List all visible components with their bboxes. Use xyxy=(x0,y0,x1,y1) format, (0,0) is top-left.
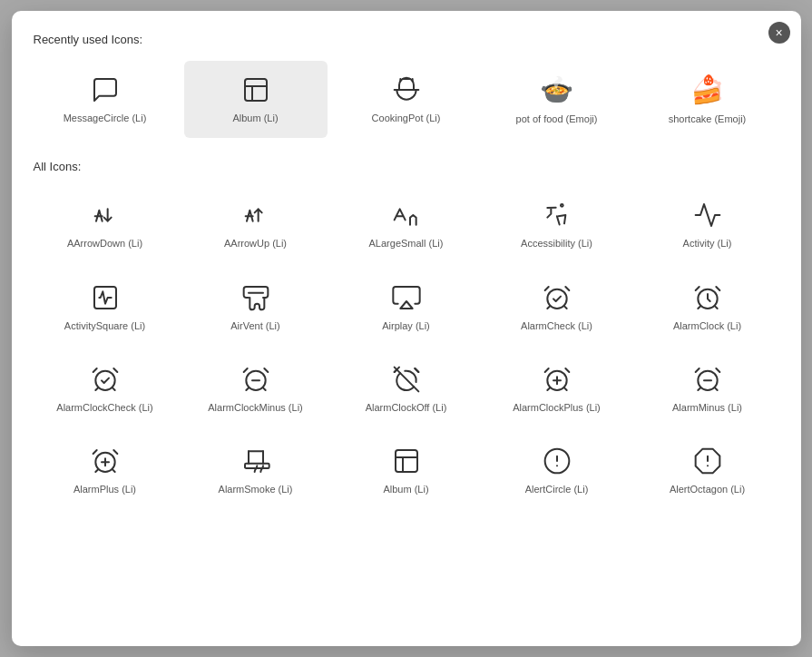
air-vent-icon xyxy=(241,283,270,312)
a-arrow-down-icon xyxy=(91,201,120,230)
all-icons-grid: AArrowDown (Li)AArrowUp (Li)ALargeSmall … xyxy=(34,188,779,508)
icon-item-accessibility[interactable]: Accessibility (Li) xyxy=(485,188,629,262)
icon-item-activity[interactable]: Activity (Li) xyxy=(636,188,779,262)
alarm-clock-icon xyxy=(693,283,722,312)
recently-used-title: Recently used Icons: xyxy=(34,33,779,46)
icon-item-airvent[interactable]: AirVent (Li) xyxy=(184,270,328,345)
icon-label: AlarmClockMinus (Li) xyxy=(208,401,303,414)
icon-label: Accessibility (Li) xyxy=(521,237,592,250)
icon-item-alarmsmoke[interactable]: AlarmSmoke (Li) xyxy=(184,434,328,508)
svg-rect-12 xyxy=(396,450,417,472)
a-arrow-up-icon xyxy=(241,201,270,230)
icon-label: AlertOctagon (Li) xyxy=(670,483,745,495)
cooking-pot-icon xyxy=(392,75,421,104)
icon-label: Airplay (Li) xyxy=(382,319,430,332)
icon-item-alarmclockminus[interactable]: AlarmClockMinus (Li) xyxy=(184,352,328,427)
icon-label: AlarmPlus (Li) xyxy=(73,483,136,495)
icon-item-pot_of_food[interactable]: 🍲pot of food (Emoji) xyxy=(485,61,629,138)
icon-item-alarmcheck[interactable]: AlarmCheck (Li) xyxy=(485,270,629,345)
icon-label: Activity (Li) xyxy=(683,237,732,250)
modal-content: Recently used Icons: MessageCircle (Li)A… xyxy=(12,11,801,646)
icon-label: AlertCircle (Li) xyxy=(525,483,589,495)
icon-label: ALargeSmall (Li) xyxy=(369,237,444,250)
icon-item-aarrowdown[interactable]: AArrowDown (Li) xyxy=(34,188,177,262)
album-icon xyxy=(241,75,270,104)
icon-item-aarrowup[interactable]: AArrowUp (Li) xyxy=(184,188,328,262)
icon-label: pot of food (Emoji) xyxy=(516,113,598,125)
airplay-icon xyxy=(392,283,421,312)
icon-label: AlarmSmoke (Li) xyxy=(219,483,293,495)
icon-label: AlarmCheck (Li) xyxy=(521,319,592,332)
close-button[interactable]: × xyxy=(768,22,790,44)
icon-item-shortcake[interactable]: 🍰shortcake (Emoji) xyxy=(636,61,779,138)
icon-item-alertoctagon[interactable]: AlertOctagon (Li) xyxy=(636,434,779,508)
alarm-check-icon xyxy=(543,283,572,312)
icon-label: CookingPot (Li) xyxy=(372,112,441,124)
icon-label: AlarmClockOff (Li) xyxy=(366,401,447,414)
alarm-clock-plus-icon xyxy=(543,365,572,394)
icon-item-messagecircle[interactable]: MessageCircle (Li) xyxy=(34,61,177,138)
icon-item-activitysquare[interactable]: ActivitySquare (Li) xyxy=(34,270,177,345)
icon-item-album2[interactable]: Album (Li) xyxy=(335,434,478,508)
emoji-icon: 🍰 xyxy=(690,74,724,105)
icon-item-alarmplus[interactable]: AlarmPlus (Li) xyxy=(34,434,177,508)
icon-label: MessageCircle (Li) xyxy=(64,112,147,124)
album-icon xyxy=(392,446,421,476)
icon-label: AlarmClock (Li) xyxy=(673,319,741,332)
icon-item-cookingpot[interactable]: CookingPot (Li) xyxy=(335,61,478,138)
alarm-clock-minus-icon xyxy=(241,365,270,394)
alarm-clock-off-icon xyxy=(392,365,421,394)
icon-item-alarmclockplus[interactable]: AlarmClockPlus (Li) xyxy=(485,352,629,427)
icon-label: AlarmClockPlus (Li) xyxy=(513,401,601,414)
alarm-clock-check-icon xyxy=(91,365,120,394)
icon-label: Album (Li) xyxy=(383,483,428,495)
alert-octagon-icon xyxy=(693,446,722,476)
icon-label: AlarmMinus (Li) xyxy=(672,401,742,414)
icon-item-alarmclockcheck[interactable]: AlarmClockCheck (Li) xyxy=(34,352,177,427)
icon-item-airplay[interactable]: Airplay (Li) xyxy=(335,270,478,345)
accessibility-icon xyxy=(543,201,572,230)
alert-circle-icon xyxy=(543,446,572,476)
emoji-icon: 🍲 xyxy=(540,74,573,105)
icon-label: AirVent (Li) xyxy=(230,319,279,332)
icon-label: AArrowUp (Li) xyxy=(224,237,287,250)
alarm-smoke-icon xyxy=(241,446,270,476)
all-icons-title: All Icons: xyxy=(34,160,779,173)
modal-overlay: × Recently used Icons: MessageCircle (Li… xyxy=(0,0,812,657)
icon-label: Album (Li) xyxy=(232,112,278,124)
alarm-minus-icon xyxy=(693,365,722,394)
activity-square-icon xyxy=(91,283,120,312)
icon-label: ActivitySquare (Li) xyxy=(64,319,145,332)
activity-icon xyxy=(693,201,722,230)
icon-item-alarmclock[interactable]: AlarmClock (Li) xyxy=(636,270,779,345)
icon-item-alertcircle[interactable]: AlertCircle (Li) xyxy=(485,434,629,508)
svg-point-1 xyxy=(561,204,563,207)
svg-rect-2 xyxy=(94,287,116,309)
a-large-small-icon xyxy=(392,201,421,230)
recently-used-grid: MessageCircle (Li)Album (Li)CookingPot (… xyxy=(34,61,779,138)
svg-rect-0 xyxy=(245,79,267,101)
icon-picker-modal: × Recently used Icons: MessageCircle (Li… xyxy=(12,11,801,646)
icon-item-alargesmall[interactable]: ALargeSmall (Li) xyxy=(335,188,478,262)
icon-label: AArrowDown (Li) xyxy=(67,237,142,250)
icon-item-alarmminus[interactable]: AlarmMinus (Li) xyxy=(636,352,779,427)
icon-item-alarmclockoff[interactable]: AlarmClockOff (Li) xyxy=(335,352,478,427)
icon-item-album[interactable]: Album (Li) xyxy=(184,61,328,138)
svg-marker-3 xyxy=(400,301,412,309)
icon-label: shortcake (Emoji) xyxy=(669,113,747,125)
message-circle-icon xyxy=(91,75,120,104)
alarm-plus-icon xyxy=(91,446,120,476)
icon-label: AlarmClockCheck (Li) xyxy=(56,401,152,414)
